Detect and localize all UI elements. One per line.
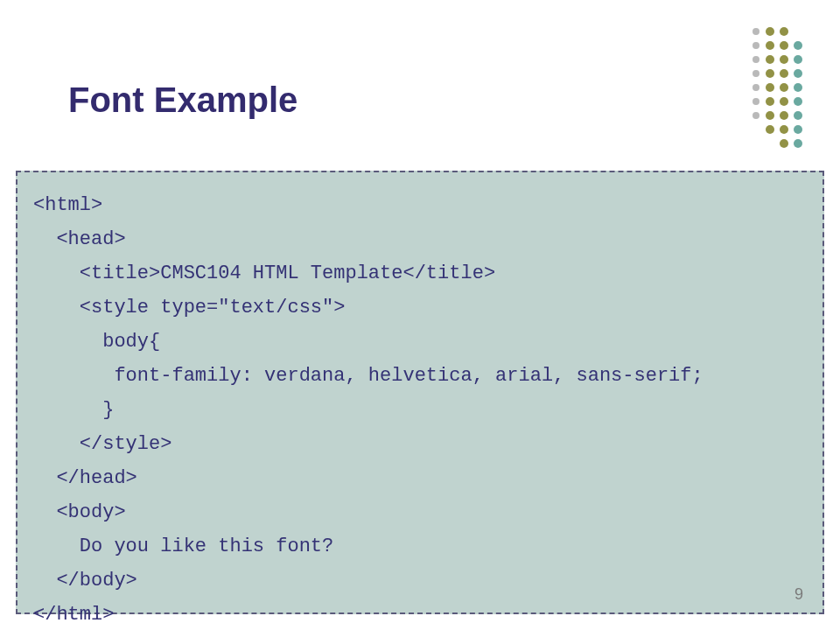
code-line: Do you like this font? — [33, 529, 814, 564]
svg-point-23 — [752, 112, 760, 119]
svg-point-4 — [766, 41, 774, 50]
svg-point-0 — [752, 28, 760, 35]
svg-point-22 — [794, 97, 802, 106]
code-line: body{ — [33, 325, 814, 359]
svg-point-28 — [780, 125, 788, 134]
svg-point-10 — [794, 55, 802, 64]
svg-point-17 — [780, 83, 788, 92]
svg-point-11 — [752, 70, 760, 77]
code-line: </head> — [33, 461, 814, 495]
svg-point-26 — [794, 111, 802, 120]
svg-point-25 — [780, 111, 788, 120]
svg-point-18 — [794, 83, 802, 92]
code-line: font-family: verdana, helvetica, arial, … — [33, 359, 814, 393]
slide-title: Font Example — [68, 80, 298, 120]
corner-decoration — [721, 24, 826, 164]
svg-point-12 — [766, 69, 774, 78]
svg-point-8 — [766, 55, 774, 64]
svg-point-20 — [766, 97, 774, 106]
code-line: <head> — [33, 222, 814, 256]
svg-point-31 — [794, 139, 802, 148]
code-line: </body> — [33, 564, 814, 598]
code-line: <style type="text/css"> — [33, 290, 814, 325]
svg-point-30 — [780, 139, 788, 148]
code-line: } — [33, 393, 814, 427]
svg-point-2 — [780, 27, 788, 36]
svg-point-15 — [752, 84, 760, 91]
svg-point-27 — [766, 125, 774, 134]
code-block: <html> <head> <title>CMSC104 HTML Templa… — [16, 171, 824, 614]
code-line: <html> — [33, 188, 814, 222]
svg-point-5 — [780, 41, 788, 50]
svg-point-13 — [780, 69, 788, 78]
code-line: <title>CMSC104 HTML Template</title> — [33, 256, 814, 290]
svg-point-9 — [780, 55, 788, 64]
svg-point-1 — [766, 27, 774, 36]
svg-point-24 — [766, 111, 774, 120]
code-line: </html> — [33, 598, 814, 630]
svg-point-14 — [794, 69, 802, 78]
code-line: <body> — [33, 495, 814, 529]
svg-point-29 — [794, 125, 802, 134]
page-number: 9 — [794, 585, 803, 604]
svg-point-21 — [780, 97, 788, 106]
svg-point-6 — [794, 41, 802, 50]
svg-point-16 — [766, 83, 774, 92]
svg-point-7 — [752, 56, 760, 63]
svg-point-19 — [752, 98, 760, 105]
code-line: </style> — [33, 427, 814, 461]
code-lines: <html> <head> <title>CMSC104 HTML Templa… — [33, 188, 814, 630]
svg-point-3 — [752, 42, 760, 49]
